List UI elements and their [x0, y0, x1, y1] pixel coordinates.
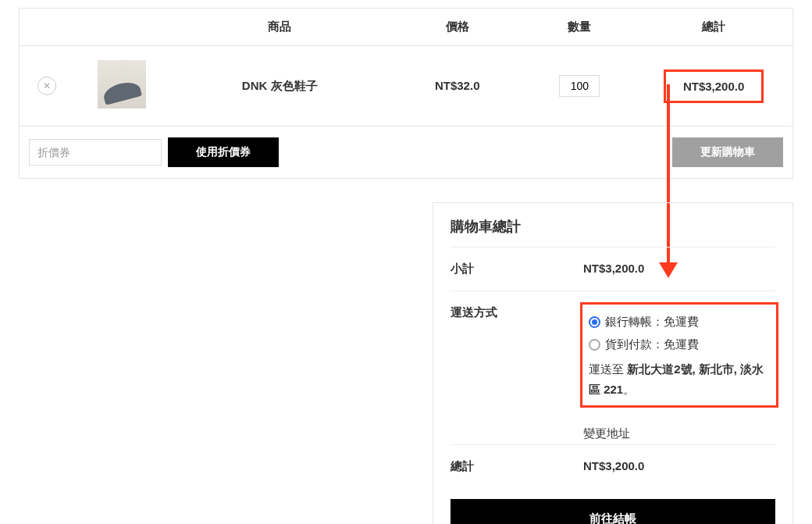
radio-checked-icon [589, 316, 600, 328]
shipping-label: 運送方式 [451, 305, 583, 444]
header-qty: 數量 [525, 9, 636, 46]
coupon-row: 使用折價券 更新購物車 [20, 127, 793, 179]
product-thumbnail[interactable] [98, 60, 146, 109]
header-product: 商品 [169, 9, 390, 46]
shipping-options-box: 銀行轉帳：免運費 貨到付款：免運費 運送至 新北大道2號, 新北市, 淡水區 2… [580, 302, 778, 408]
shipping-option-label: 貨到付款：免運費 [605, 337, 699, 352]
product-price: NT$32.0 [435, 79, 480, 92]
product-name[interactable]: DNK 灰色鞋子 [242, 79, 318, 92]
shipping-option-cod[interactable]: 貨到付款：免運費 [589, 333, 770, 356]
header-total: 總計 [635, 9, 792, 46]
shipping-address: 運送至 新北大道2號, 新北市, 淡水區 221。 [589, 359, 770, 399]
total-label: 總計 [451, 459, 583, 474]
change-address-link[interactable]: 變更地址 [583, 426, 630, 440]
summary-title: 購物車總計 [451, 217, 775, 248]
close-icon: ✕ [43, 80, 51, 91]
cart-header: 商品 價格 數量 總計 [20, 9, 793, 46]
cart-table: 商品 價格 數量 總計 ✕ DNK 灰色鞋子 N [19, 8, 793, 179]
remove-item-button[interactable]: ✕ [37, 77, 56, 95]
cart-row: ✕ DNK 灰色鞋子 NT$32.0 NT$3,200.0 [20, 46, 793, 127]
apply-coupon-button[interactable]: 使用折價券 [168, 137, 279, 167]
shipping-option-bank[interactable]: 銀行轉帳：免運費 [589, 311, 770, 333]
checkout-button[interactable]: 前往結帳 [451, 499, 775, 524]
update-cart-button: 更新購物車 [672, 137, 783, 167]
total-value: NT$3,200.0 [583, 459, 775, 474]
line-total: NT$3,200.0 [664, 70, 764, 103]
cart-summary: 購物車總計 小計 NT$3,200.0 運送方式 銀行轉帳：免運費 [433, 202, 793, 524]
subtotal-value: NT$3,200.0 [583, 262, 775, 276]
radio-unchecked-icon [589, 339, 600, 351]
subtotal-label: 小計 [451, 262, 583, 276]
quantity-input[interactable] [559, 75, 600, 97]
header-price: 價格 [390, 9, 525, 46]
coupon-input[interactable] [29, 139, 162, 166]
shipping-option-label: 銀行轉帳：免運費 [605, 315, 699, 330]
